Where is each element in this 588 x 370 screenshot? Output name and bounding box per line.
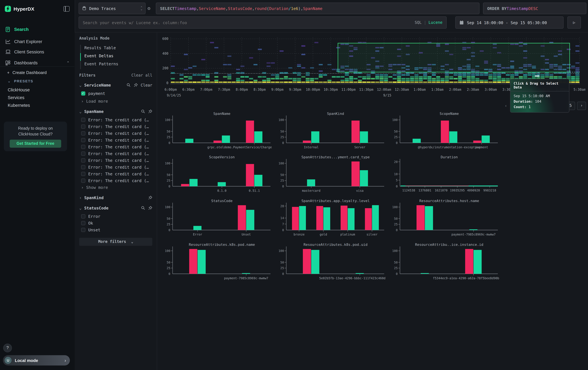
delta-chart-scopename[interactable]: ScopeName02550100@hyperdx/instrumentatio… [388, 111, 499, 154]
sidebar-item-kubernetes[interactable]: Kubernetes [8, 103, 30, 108]
filter-option-unset[interactable]: Unset [81, 228, 100, 232]
checkbox[interactable] [81, 214, 85, 219]
analysis-mode-event-patterns[interactable]: Event Patterns [84, 61, 118, 66]
checkbox[interactable] [81, 125, 85, 129]
search-icon[interactable] [141, 110, 145, 114]
filter-option-span-error[interactable]: Error: The credit card (… [81, 151, 149, 156]
local-mode-pill[interactable]: U Local mode › [3, 355, 70, 366]
code-token: Duration [269, 6, 288, 11]
checkbox[interactable] [81, 138, 85, 142]
delta-chart-spankind[interactable]: SpanKind02550100InternalServer [275, 111, 386, 154]
event-search-bar[interactable]: SQL | Lucene [79, 16, 447, 29]
filter-group-servicename[interactable]: ⌄ ServiceName Clear [79, 83, 152, 88]
clear-filter-button[interactable]: Clear [141, 83, 152, 87]
order-by-editor[interactable]: ORDER BY Timestamp DESC [483, 3, 586, 14]
svg-text:0: 0 [168, 272, 170, 276]
filter-option-payment[interactable]: payment [81, 91, 105, 96]
filter-option-span-error[interactable]: Error: The credit card (… [81, 158, 149, 163]
filter-option-span-error[interactable]: Error: The credit card (… [81, 131, 149, 136]
run-query-button[interactable]: ▷ [567, 16, 581, 29]
filter-group-spanname[interactable]: ⌄ SpanName [79, 109, 152, 114]
svg-text:2:00am: 2:00am [449, 88, 461, 91]
sql-toggle[interactable]: SQL [415, 20, 421, 25]
filter-option-span-error[interactable]: Error: The credit card (… [81, 124, 149, 129]
svg-text:50: 50 [167, 173, 170, 177]
help-button[interactable]: ? [3, 344, 12, 352]
date-range-picker[interactable]: Sep 14 18:00:00 - Sep 15 05:30:00 [455, 16, 564, 29]
filter-option-span-error[interactable]: Error: The credit card (… [81, 117, 149, 122]
checkbox[interactable] [81, 228, 85, 232]
show-more-button[interactable]: › Show more [81, 185, 108, 190]
source-select[interactable]: Demo Traces ⌃⌄ [79, 3, 146, 14]
filter-option-span-error[interactable]: Error: The credit card (… [81, 144, 149, 149]
checkbox[interactable] [81, 165, 85, 169]
filter-option-span-error[interactable]: Error: The credit card (… [81, 171, 149, 176]
presets-toggle[interactable]: ⌄PRESETS [8, 79, 33, 83]
filter-group-statuscode[interactable]: ⌄ StatusCode [79, 206, 152, 210]
select-query-editor[interactable]: SELECT Timestamp, ServiceName, StatusCod… [156, 3, 480, 14]
sidebar-item-client-sessions[interactable]: Client Sessions [0, 48, 75, 56]
pin-icon[interactable] [148, 110, 152, 114]
checkbox[interactable] [81, 151, 85, 156]
filter-option-error[interactable]: Error [81, 214, 100, 219]
filter-option-ok[interactable]: Ok [81, 221, 93, 226]
sidebar-item-dashboards[interactable]: Dashboards ⌃ [0, 59, 75, 67]
pin-icon[interactable] [148, 206, 152, 210]
delta-chart-scopeversion[interactable]: ScopeVersion025501000.1.00.51.1 [161, 155, 272, 197]
filter-group-spankind[interactable]: › SpanKind [79, 195, 152, 200]
lucene-toggle[interactable]: Lucene [429, 20, 442, 25]
filter-option-span-error[interactable]: Error: The credit card (… [81, 165, 149, 170]
checkbox[interactable] [81, 172, 85, 176]
clear-all-button[interactable]: Clear all [131, 73, 152, 78]
pin-icon[interactable] [134, 83, 138, 87]
delta-chart-spanname[interactable]: SpanName02550100grpc.oteldemo.PaymentSer… [161, 111, 272, 154]
delta-chart-resourceattributes-k8s-pod-uid[interactable]: ResourceAttributes.k8s.pod.uid025501005e… [275, 242, 386, 285]
checkbox[interactable] [81, 118, 85, 122]
delta-chart-statuscode[interactable]: StatusCode02550100ErrorUnset [161, 199, 272, 241]
delta-chart-spanattributes-yment-card-type[interactable]: SpanAttributes...yment.card_type02550100… [275, 155, 386, 197]
checkbox[interactable] [81, 179, 85, 183]
search-input[interactable] [79, 20, 415, 25]
svg-text:ScopeName: ScopeName [440, 112, 459, 116]
sidebar-item-services[interactable]: Services [8, 95, 24, 100]
checkbox-checked[interactable] [81, 91, 85, 96]
analysis-mode-results-table[interactable]: Results Table [84, 45, 116, 50]
sidebar-collapse-icon[interactable] [63, 6, 70, 11]
get-started-button[interactable]: Get Started for Free [10, 140, 61, 148]
sidebar-item-search[interactable]: Search [0, 25, 75, 33]
checkbox[interactable] [81, 145, 85, 149]
create-dashboard-button[interactable]: +Create Dashboard [7, 70, 47, 75]
svg-text:9983218: 9983218 [483, 189, 496, 192]
delta-chart-spanattributes-app-loyalty-level[interactable]: SpanAttributes.app.loyalty.level071428br… [275, 199, 386, 241]
delta-chart-resourceattribu-ice-instance-id[interactable]: ResourceAttribu..ice.instance.id02550100… [388, 242, 499, 285]
sidebar-item-clickhouse[interactable]: ClickHouse [8, 88, 30, 92]
checkbox[interactable] [81, 131, 85, 135]
sidebar-item-chart-explorer[interactable]: Chart Explorer [0, 37, 75, 46]
gear-icon[interactable]: ⚙ [147, 5, 150, 11]
delta-chart-duration[interactable]: Duration05102011245381376801162107019935… [388, 155, 499, 197]
svg-text:28: 28 [280, 204, 284, 208]
pin-icon[interactable] [148, 196, 152, 200]
pagination-next-button[interactable]: › [577, 102, 586, 110]
search-icon[interactable] [141, 206, 145, 210]
checkbox[interactable] [81, 158, 85, 162]
code-token: Timestamp [175, 6, 196, 11]
chevron-up-icon[interactable]: ⌃ [67, 61, 70, 65]
analysis-mode-event-deltas[interactable]: Event Deltas [84, 53, 114, 58]
more-filters-button[interactable]: More filters ⌄ [79, 238, 152, 246]
checkbox[interactable] [81, 221, 85, 225]
filter-option-span-error[interactable]: Error: The credit card (… [81, 138, 149, 142]
pagination-prev-button[interactable]: ‹ [502, 102, 509, 110]
load-more-button[interactable]: › Load more [81, 99, 108, 104]
search-icon[interactable] [126, 83, 131, 87]
svg-text:payment: payment [475, 145, 488, 149]
delta-chart-resourceattributes-host-name[interactable]: ResourceAttributes.host.name02550100paym… [388, 199, 499, 241]
svg-text:100: 100 [165, 161, 170, 165]
avatar: U [4, 357, 11, 364]
filter-option-span-error[interactable]: Error: The credit card (… [81, 178, 149, 183]
delta-chart-resourceattributes-k8s-pod-name[interactable]: ResourceAttributes.k8s.pod.name02550100p… [161, 242, 272, 285]
query-language-toggle[interactable]: SQL | Lucene [415, 20, 442, 25]
svg-text:SpanAttributes...yment.card_ty: SpanAttributes...yment.card_type [301, 155, 370, 159]
svg-text:ResourceAttribu..ice.instance.: ResourceAttribu..ice.instance.id [415, 243, 483, 247]
sidebar-item-label: Search [14, 27, 29, 32]
